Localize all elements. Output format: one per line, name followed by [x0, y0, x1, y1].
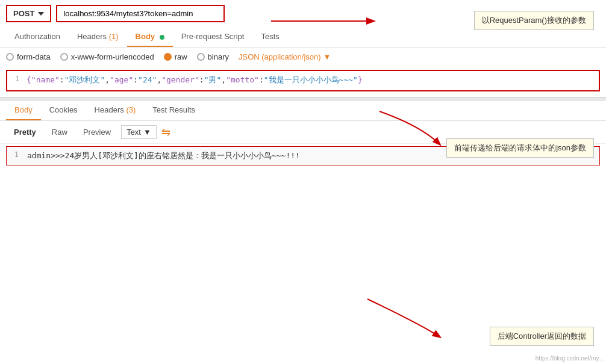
response-tab-bar: Body Cookies Headers (3) Test Results: [0, 100, 606, 121]
url-input[interactable]: [56, 5, 225, 22]
annotation-json-body: 前端传递给后端的请求体中的json参数: [446, 138, 594, 158]
request-body-editor[interactable]: 1 {"name":"邓沙利文","age":"24","gender":"男"…: [6, 70, 600, 91]
response-tab-body[interactable]: Body: [6, 100, 41, 120]
view-btn-pretty[interactable]: Pretty: [6, 125, 44, 140]
tab-headers[interactable]: Headers (1): [69, 27, 127, 47]
annotation-request-param: 以RequestParam()接收的参数: [474, 11, 594, 30]
view-btn-raw[interactable]: Raw: [44, 125, 75, 140]
method-dropdown-arrow: [38, 12, 44, 16]
radio-binary[interactable]: binary: [197, 52, 229, 61]
response-headers-badge: (3): [126, 105, 136, 114]
request-tab-bar: Authorization Headers (1) Body Pre-reque…: [0, 27, 606, 48]
method-button[interactable]: POST: [6, 5, 51, 22]
request-body-code: {"name":"邓沙利文","age":"24","gender":"男","…: [24, 73, 365, 87]
headers-badge: (1): [109, 32, 119, 41]
json-type-arrow: ▼: [323, 52, 331, 61]
response-tab-test-results[interactable]: Test Results: [144, 100, 204, 120]
method-label: POST: [13, 9, 34, 18]
tab-body[interactable]: Body: [127, 27, 173, 47]
response-body-code: admin>>>24岁男人[邓沙利文]的座右铭居然是：我是一只小小小小鸟~~~!…: [23, 149, 304, 162]
response-empty-space: [0, 168, 606, 204]
json-type-select[interactable]: JSON (application/json) ▼: [239, 52, 331, 61]
response-tab-cookies[interactable]: Cookies: [41, 100, 86, 120]
radio-raw[interactable]: raw: [164, 52, 187, 61]
radio-circle-x-www: [60, 53, 68, 61]
radio-form-data[interactable]: form-data: [6, 52, 51, 61]
radio-x-www[interactable]: x-www-form-urlencoded: [60, 52, 154, 61]
response-tab-headers[interactable]: Headers (3): [86, 100, 145, 120]
radio-circle-raw: [164, 53, 172, 61]
radio-circle-form-data: [6, 53, 14, 61]
body-type-bar: form-data x-www-form-urlencoded raw bina…: [0, 48, 606, 66]
radio-circle-binary: [197, 53, 205, 61]
line-number-1: 1: [7, 73, 24, 84]
code-line-1: 1 {"name":"邓沙利文","age":"24","gender":"男"…: [7, 73, 599, 87]
response-line-number: 1: [7, 149, 23, 160]
tab-pre-request-script[interactable]: Pre-request Script: [173, 27, 253, 47]
wrap-icon[interactable]: ⇋: [161, 126, 170, 139]
watermark: https://blog.csdn.net/my...: [536, 355, 604, 362]
view-btn-preview[interactable]: Preview: [75, 125, 119, 140]
tab-tests[interactable]: Tests: [252, 27, 287, 47]
annotation-response-data: 后端Controller返回的数据: [490, 327, 594, 346]
text-select-arrow: ▼: [143, 128, 151, 137]
text-format-select[interactable]: Text ▼: [121, 125, 157, 139]
body-dot: [160, 35, 164, 40]
tab-authorization[interactable]: Authorization: [6, 27, 69, 47]
